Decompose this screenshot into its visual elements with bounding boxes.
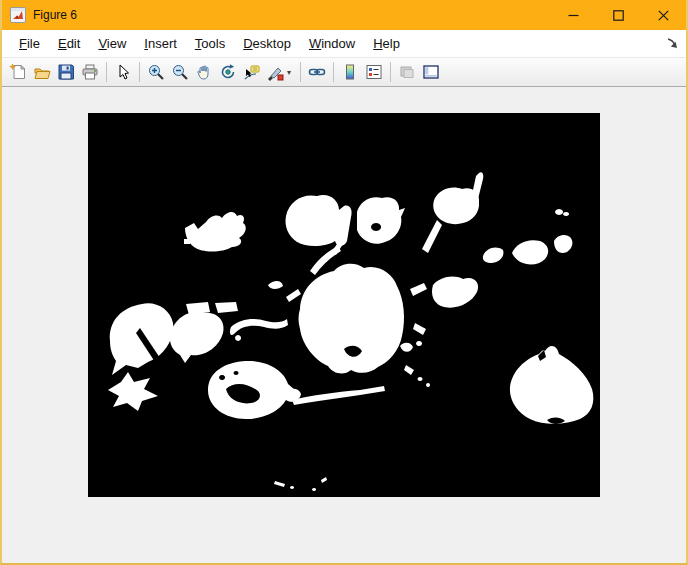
- menu-insert[interactable]: Insert: [135, 33, 186, 54]
- minimize-icon: [568, 10, 579, 21]
- data-cursor-button[interactable]: [240, 60, 264, 84]
- toolbar-separator: [106, 62, 107, 82]
- maximize-button[interactable]: [596, 0, 641, 30]
- menu-help[interactable]: Help: [364, 33, 409, 54]
- rotate-3d-icon: [219, 63, 237, 81]
- save-icon: [57, 63, 75, 81]
- menu-view[interactable]: View: [89, 33, 135, 54]
- edit-plot-button[interactable]: [111, 60, 135, 84]
- brush-icon: [266, 63, 284, 81]
- insert-legend-icon: [365, 63, 383, 81]
- link-plot-button[interactable]: [305, 60, 329, 84]
- open-file-button[interactable]: [30, 60, 54, 84]
- toolbar-separator: [139, 62, 140, 82]
- zoom-in-icon: [147, 63, 165, 81]
- rotate-3d-button[interactable]: [216, 60, 240, 84]
- figure-window: Figure 6 File Edit View Insert: [0, 0, 688, 565]
- toolbar-separator: [390, 62, 391, 82]
- open-folder-icon: [33, 63, 51, 81]
- hide-plot-tools-icon: [398, 63, 416, 81]
- pan-hand-icon: [195, 63, 213, 81]
- hide-plot-tools-button[interactable]: [395, 60, 419, 84]
- data-cursor-icon: [243, 63, 261, 81]
- menubar: File Edit View Insert Tools Desktop Wind…: [2, 30, 686, 57]
- save-figure-button[interactable]: [54, 60, 78, 84]
- zoom-in-button[interactable]: [144, 60, 168, 84]
- menu-file[interactable]: File: [10, 33, 49, 54]
- pan-button[interactable]: [192, 60, 216, 84]
- menu-window[interactable]: Window: [300, 33, 364, 54]
- link-plots-icon: [308, 63, 326, 81]
- toolbar-separator: [333, 62, 334, 82]
- show-plot-tools-icon: [422, 63, 440, 81]
- insert-colorbar-icon: [341, 63, 359, 81]
- matlab-logo-icon: [10, 7, 26, 23]
- zoom-out-button[interactable]: [168, 60, 192, 84]
- brush-dropdown-caret[interactable]: ▾: [284, 68, 294, 77]
- toolbar-separator: [300, 62, 301, 82]
- menu-edit[interactable]: Edit: [49, 33, 89, 54]
- brush-data-button[interactable]: ▾: [264, 60, 296, 84]
- new-figure-button[interactable]: [6, 60, 30, 84]
- menu-desktop[interactable]: Desktop: [234, 33, 300, 54]
- binary-image: [88, 113, 600, 497]
- print-icon: [81, 63, 99, 81]
- print-figure-button[interactable]: [78, 60, 102, 84]
- insert-colorbar-button[interactable]: [338, 60, 362, 84]
- figure-canvas-area: [2, 87, 686, 564]
- close-icon: [658, 10, 669, 21]
- new-document-icon: [9, 63, 27, 81]
- menu-tools[interactable]: Tools: [186, 33, 234, 54]
- dock-figure-arrow-icon[interactable]: [666, 37, 679, 50]
- pointer-icon: [114, 63, 132, 81]
- close-button[interactable]: [641, 0, 686, 30]
- figure-toolbar: ▾: [2, 57, 686, 87]
- insert-legend-button[interactable]: [362, 60, 386, 84]
- titlebar[interactable]: Figure 6: [2, 0, 686, 30]
- window-title: Figure 6: [33, 8, 551, 22]
- show-plot-tools-button[interactable]: [419, 60, 443, 84]
- zoom-out-icon: [171, 63, 189, 81]
- minimize-button[interactable]: [551, 0, 596, 30]
- maximize-icon: [613, 10, 624, 21]
